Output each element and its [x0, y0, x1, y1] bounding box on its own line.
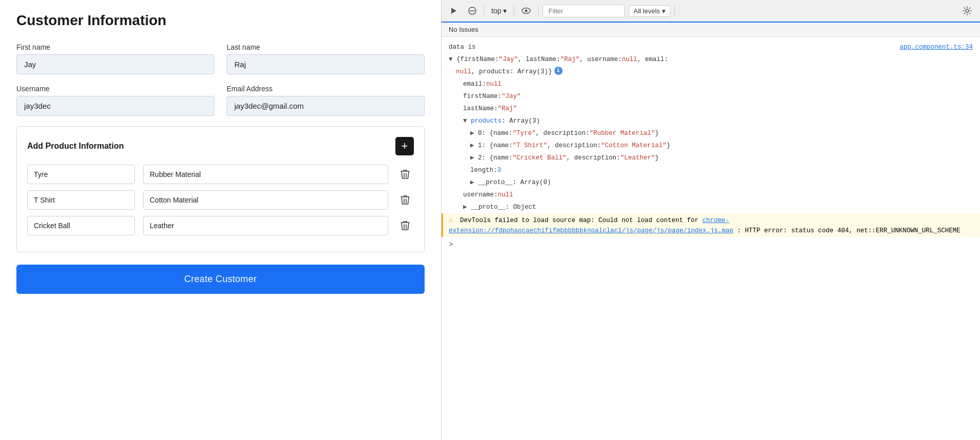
products-expand[interactable]: ▼	[463, 116, 467, 126]
credentials-row: Username Email Address	[16, 85, 425, 116]
add-product-button[interactable]: +	[395, 137, 414, 155]
console-log-entry: data is app.component.ts:34	[442, 41, 980, 53]
no-entry-icon-button[interactable]	[465, 5, 479, 17]
console-firstname: firstName: "Jay"	[442, 90, 980, 103]
product-name-input-1[interactable]	[27, 190, 135, 210]
first-name-group: First name	[16, 43, 214, 74]
product-0-expand[interactable]: ▶	[470, 128, 474, 138]
no-issues-bar: No Issues	[442, 23, 980, 37]
product-section: Add Product Information +	[16, 126, 425, 252]
context-dropdown[interactable]: top ▾	[488, 5, 510, 16]
console-username: username: null	[442, 189, 980, 201]
console-product-2: ▶ 2: {name: "Cricket Ball" , description…	[442, 152, 980, 164]
console-lastname: lastName: "Raj"	[442, 103, 980, 115]
product-2-expand[interactable]: ▶	[470, 153, 474, 163]
warning-content: ⚠ DevTools failed to load source map: Co…	[449, 214, 973, 236]
console-product-0: ▶ 0: {name: "Tyre" , description: "Rubbe…	[442, 127, 980, 139]
devtools-console: data is app.component.ts:34 ▼ {firstName…	[442, 37, 980, 440]
svg-point-5	[966, 9, 969, 12]
devtools-panel: top ▾ All levels ▾	[441, 0, 980, 440]
proto-array-expand[interactable]: ▶	[470, 177, 474, 188]
email-label: Email Address	[227, 85, 425, 93]
toolbar-sep-4	[674, 6, 675, 16]
console-object-cont: null , products: Array(3)} i	[442, 66, 980, 78]
console-log-text: data is	[449, 42, 899, 52]
email-input[interactable]	[227, 96, 425, 116]
first-name-input[interactable]	[16, 54, 214, 74]
console-products: ▼ products : Array(3)	[442, 115, 980, 127]
toolbar-sep-3	[538, 6, 538, 16]
levels-label: All levels	[633, 7, 659, 15]
create-customer-button[interactable]: Create Customer	[16, 265, 425, 294]
trash-icon-1	[401, 195, 410, 205]
last-name-label: Last name	[227, 43, 425, 51]
product-name-input-2[interactable]	[27, 216, 135, 235]
toolbar-sep-2	[514, 6, 514, 16]
eye-icon-button[interactable]	[518, 6, 534, 16]
info-badge: i	[554, 67, 563, 75]
console-length: length: 3	[442, 164, 980, 176]
delete-product-button-2[interactable]	[396, 218, 414, 233]
console-proto-array: ▶ __proto__: Array(0)	[442, 176, 980, 189]
trash-icon-0	[401, 169, 410, 179]
console-email: email: null	[442, 78, 980, 90]
product-row-0	[27, 165, 414, 184]
levels-arrow: ▾	[662, 7, 666, 15]
play-icon-button[interactable]	[447, 5, 461, 17]
delete-product-button-1[interactable]	[396, 193, 414, 207]
product-row-2	[27, 216, 414, 235]
svg-marker-0	[451, 8, 456, 14]
last-name-input[interactable]	[227, 54, 425, 74]
username-input[interactable]	[16, 96, 214, 116]
product-desc-input-2[interactable]	[143, 216, 388, 235]
product-section-title: Add Product Information	[27, 142, 124, 151]
name-row: First name Last name	[16, 43, 425, 74]
svg-point-4	[525, 10, 528, 12]
warning-icon: ⚠	[449, 216, 453, 224]
product-name-input-0[interactable]	[27, 165, 135, 184]
console-product-1: ▶ 1: {name: "T Shirt" , description: "Co…	[442, 139, 980, 152]
page-title: Customer Information	[16, 12, 425, 29]
username-group: Username	[16, 85, 214, 116]
console-proto-obj: ▶ __proto__: Object	[442, 201, 980, 213]
trash-icon-2	[401, 221, 410, 231]
no-entry-icon	[468, 7, 476, 15]
username-label: Username	[16, 85, 214, 93]
product-desc-input-0[interactable]	[143, 165, 388, 184]
first-name-label: First name	[16, 43, 214, 51]
no-issues-text: No Issues	[449, 26, 478, 33]
gear-icon	[963, 6, 972, 15]
eye-icon	[522, 8, 531, 14]
context-dropdown-arrow: ▾	[503, 7, 507, 15]
product-desc-input-1[interactable]	[143, 190, 388, 210]
settings-gear-button[interactable]	[959, 4, 975, 17]
warning-text-before: DevTools failed to load source map: Coul…	[460, 217, 703, 224]
delete-product-button-0[interactable]	[396, 167, 414, 182]
console-prompt: >	[442, 237, 980, 252]
product-row-1	[27, 190, 414, 210]
play-icon	[450, 7, 458, 15]
console-warning: ⚠ DevTools failed to load source map: Co…	[442, 213, 980, 237]
levels-dropdown[interactable]: All levels ▾	[629, 5, 670, 17]
left-panel: Customer Information First name Last nam…	[0, 0, 441, 440]
context-label: top	[491, 7, 501, 15]
expand-arrow[interactable]: ▼	[449, 54, 453, 65]
product-header: Add Product Information +	[27, 137, 414, 155]
email-group: Email Address	[227, 85, 425, 116]
toolbar-sep-1	[484, 6, 484, 16]
console-object-open: ▼ {firstName: "Jay" , lastName: "Raj" , …	[442, 53, 980, 66]
prompt-arrow[interactable]: >	[449, 239, 453, 250]
last-name-group: Last name	[227, 43, 425, 74]
proto-obj-expand[interactable]: ▶	[463, 202, 467, 212]
product-1-expand[interactable]: ▶	[470, 141, 474, 151]
source-link[interactable]: app.component.ts:34	[899, 42, 973, 52]
devtools-toolbar: top ▾ All levels ▾	[442, 0, 980, 23]
filter-input[interactable]	[543, 5, 625, 17]
warning-text-after: : HTTP error: status code 404, net::ERR_…	[737, 227, 961, 234]
